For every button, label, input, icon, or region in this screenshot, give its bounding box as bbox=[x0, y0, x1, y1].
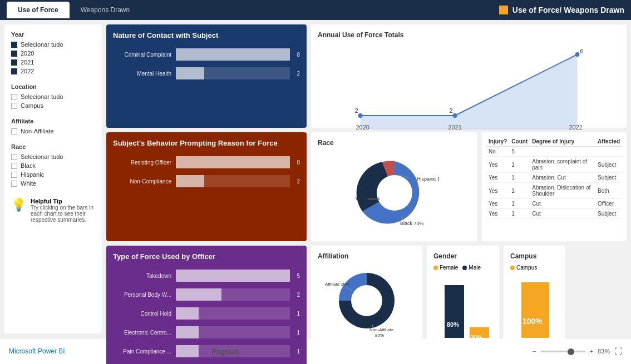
nature-bar2-label: Mental Health bbox=[113, 71, 171, 77]
injury-cell-injury: No bbox=[486, 147, 509, 157]
injury-col-count: Count bbox=[509, 137, 530, 147]
tip-title: Helpful Tip bbox=[31, 198, 95, 205]
injury-cell-count: 1 bbox=[509, 157, 530, 173]
svg-text:80%: 80% bbox=[447, 321, 459, 328]
behavior-bar1-label: Resisting Officer bbox=[113, 159, 171, 166]
year-select-all[interactable]: Selecionar tudo bbox=[11, 41, 95, 48]
year-2021-checkbox[interactable] bbox=[11, 59, 17, 66]
affiliate-non[interactable]: Non-Affiliate bbox=[11, 128, 95, 134]
injury-cell-affected: Subject bbox=[595, 157, 622, 173]
injury-table-row: Yes 1 Abrasion, complaint of pain Subjec… bbox=[486, 157, 622, 173]
force-bar2-fill bbox=[176, 288, 221, 301]
injury-col-injury: Injury? bbox=[486, 137, 509, 147]
tab-use-of-force[interactable]: Use of Force bbox=[7, 2, 70, 18]
zoom-value: 83% bbox=[598, 348, 610, 355]
race-black-label: Black bbox=[21, 162, 36, 169]
location-campus-checkbox[interactable] bbox=[11, 103, 17, 109]
affiliate-filter: Affiliate Non-Affiliate bbox=[11, 118, 95, 134]
injury-table: Injury? Count Degree of Injury Affected … bbox=[486, 137, 622, 219]
svg-text:6: 6 bbox=[580, 48, 584, 54]
behavior-bar-2[interactable]: Non-Compliance 2 bbox=[113, 175, 300, 187]
nature-bar1-fill bbox=[176, 48, 290, 61]
svg-text:2022: 2022 bbox=[569, 124, 583, 131]
year-2021-label: 2021 bbox=[21, 59, 34, 66]
svg-point-17 bbox=[351, 285, 382, 316]
location-select-all[interactable]: Selecionar tudo bbox=[11, 93, 95, 100]
location-campus[interactable]: Campus bbox=[11, 102, 95, 109]
nature-bar-2[interactable]: Mental Health 2 bbox=[113, 67, 300, 79]
tab-group: Use of Force Weapons Drawn bbox=[7, 2, 141, 18]
behavior-bar2-fill bbox=[176, 175, 204, 187]
force-bar1-value: 5 bbox=[297, 273, 300, 279]
race-hispanic[interactable]: Hispanic bbox=[11, 171, 95, 178]
force-bar1-label: Takedown bbox=[113, 273, 171, 279]
race-white-checkbox[interactable] bbox=[11, 181, 17, 187]
race-selectall-label: Selecionar tudo bbox=[21, 153, 63, 160]
race-black[interactable]: Black bbox=[11, 162, 95, 169]
injury-table-row: Yes 1 Cut Officer bbox=[486, 199, 622, 209]
force-bar-4[interactable]: Electronic Contro... 1 bbox=[113, 326, 300, 338]
behavior-bar2-label: Non-Compliance bbox=[113, 178, 171, 185]
affiliate-non-checkbox[interactable] bbox=[11, 128, 17, 134]
nature-bar-1[interactable]: Criminal Complaint 8 bbox=[113, 48, 300, 61]
year-2022[interactable]: 2022 bbox=[11, 68, 95, 74]
race-white-label: White bbox=[21, 180, 36, 187]
race-hispanic-checkbox[interactable] bbox=[11, 172, 17, 178]
campus-legend-item: Campus bbox=[510, 265, 558, 271]
injury-cell-degree: Abrasion, Dislocation of Shoulder bbox=[530, 183, 595, 199]
force-bar-1[interactable]: Takedown 5 bbox=[113, 270, 300, 282]
male-label: Male bbox=[469, 265, 481, 271]
powerbi-link[interactable]: Microsoft Power BI bbox=[9, 347, 65, 355]
race-selectall-checkbox[interactable] bbox=[11, 154, 17, 160]
year-label: Year bbox=[11, 31, 95, 38]
force-bar2-label: Personal Body W... bbox=[113, 292, 171, 298]
top-row: Nature of Contact with Subject Criminal … bbox=[106, 24, 627, 128]
injury-table-row: No 5 bbox=[486, 147, 622, 157]
affiliation-title: Affiliation bbox=[318, 252, 416, 260]
race-title: Race bbox=[318, 139, 471, 147]
force-bar5-container bbox=[176, 345, 290, 357]
force-bar3-label: Control Hold bbox=[113, 311, 171, 317]
year-2020-checkbox[interactable] bbox=[11, 51, 17, 57]
svg-marker-0 bbox=[361, 54, 578, 129]
year-2021[interactable]: 2021 bbox=[11, 59, 95, 66]
svg-text:20%: 20% bbox=[470, 334, 482, 341]
svg-point-1 bbox=[358, 113, 363, 118]
zoom-slider[interactable] bbox=[541, 351, 585, 352]
year-2022-checkbox[interactable] bbox=[11, 68, 17, 74]
location-campus-label: Campus bbox=[21, 102, 43, 109]
tab-weapons-drawn[interactable]: Weapons Drawn bbox=[70, 2, 141, 18]
force-bar2-container bbox=[176, 288, 290, 301]
campus-dot bbox=[510, 266, 515, 270]
fullscreen-icon[interactable]: ⛶ bbox=[614, 347, 622, 356]
injury-cell-degree: Cut bbox=[530, 209, 595, 219]
force-bar-5[interactable]: Pain Compliance ... 1 bbox=[113, 345, 300, 357]
race-select-all[interactable]: Selecionar tudo bbox=[11, 153, 95, 160]
injury-cell-count: 5 bbox=[509, 147, 530, 157]
nature-bar2-value: 2 bbox=[297, 71, 300, 77]
location-selectall-checkbox[interactable] bbox=[11, 94, 17, 100]
zoom-handle[interactable] bbox=[568, 348, 574, 355]
injury-cell-degree: Abrasion, Cut bbox=[530, 173, 595, 183]
race-hispanic-label: Hispanic bbox=[21, 171, 44, 178]
campus-label: Campus bbox=[516, 265, 537, 271]
male-dot bbox=[462, 266, 467, 270]
race-black-checkbox[interactable] bbox=[11, 163, 17, 169]
year-2020[interactable]: 2020 bbox=[11, 50, 95, 57]
race-white[interactable]: White bbox=[11, 180, 95, 187]
injury-cell-injury: Yes bbox=[486, 157, 509, 173]
year-selectall-checkbox[interactable] bbox=[11, 42, 17, 48]
injury-cell-affected bbox=[595, 147, 622, 157]
injury-col-affected: Affected bbox=[595, 137, 622, 147]
location-label: Location bbox=[11, 83, 95, 90]
injury-cell-count: 1 bbox=[509, 209, 530, 219]
gender-legend-female: Female bbox=[433, 265, 458, 271]
nature-bar2-container bbox=[176, 67, 290, 79]
force-bar-3[interactable]: Control Hold 1 bbox=[113, 307, 300, 320]
zoom-plus[interactable]: + bbox=[590, 348, 593, 355]
campus-title: Campus bbox=[510, 252, 558, 260]
zoom-minus[interactable]: − bbox=[533, 348, 536, 355]
behavior-bar-1[interactable]: Resisting Officer 8 bbox=[113, 156, 300, 168]
svg-text:White 20%: White 20% bbox=[356, 196, 380, 201]
force-bar-2[interactable]: Personal Body W... 2 bbox=[113, 288, 300, 301]
